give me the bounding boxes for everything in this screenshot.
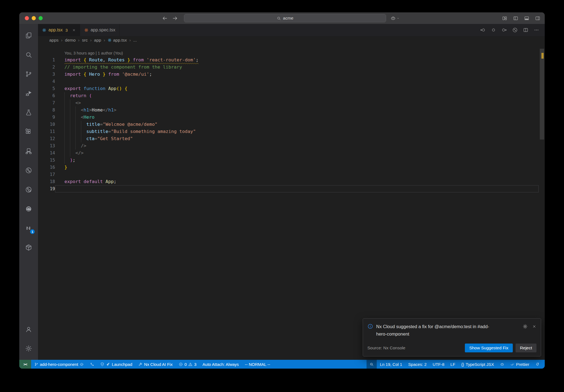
- info-icon: [367, 323, 373, 329]
- indentation[interactable]: Spaces: 2: [405, 360, 430, 369]
- breadcrumb-item-demo[interactable]: demo: [65, 38, 76, 43]
- code-line-6[interactable]: 6 return (: [38, 92, 545, 99]
- line-number: 5: [38, 85, 55, 92]
- code-line-5[interactable]: 5export function App() {: [38, 85, 545, 92]
- code-line-7[interactable]: 7 <>: [38, 99, 545, 107]
- indent-guide: [75, 142, 76, 149]
- code-line-1[interactable]: 1import { Route, Routes } from 'react-ro…: [38, 56, 545, 64]
- git-graph-button[interactable]: [87, 360, 97, 369]
- breadcrumb-item-apps[interactable]: apps: [49, 38, 59, 43]
- breadcrumb-item-app.tsx[interactable]: app.tsx: [108, 38, 127, 43]
- code-line-2[interactable]: 2// importing the component from the lib…: [38, 64, 545, 71]
- activity-item-gitlens[interactable]: [24, 166, 33, 175]
- change-indicator-icon[interactable]: [491, 27, 496, 33]
- activity-item-project-structure[interactable]: [24, 147, 33, 156]
- code-content: You, 3 hours ago | 1 author (You)1import…: [38, 44, 545, 192]
- editor-scrollbar[interactable]: [539, 44, 545, 360]
- scrollbar-slider[interactable]: [540, 49, 544, 140]
- git-branch-status[interactable]: add-hero-component: [31, 360, 87, 369]
- code-line-4[interactable]: 4: [38, 78, 545, 85]
- toggle-primary-sidebar-button[interactable]: [513, 16, 518, 21]
- activity-item-run-and-debug[interactable]: [24, 89, 33, 98]
- split-editor-icon[interactable]: [523, 27, 528, 33]
- show-suggested-fix-button[interactable]: Show Suggested Fix: [465, 344, 513, 352]
- code-line-17[interactable]: 17: [38, 171, 545, 178]
- navigate-previous-change-icon[interactable]: [480, 27, 486, 33]
- branch-icon: [34, 362, 38, 366]
- breadcrumb-separator: ›: [78, 38, 80, 43]
- problems-status[interactable]: 03: [176, 360, 200, 369]
- code-line-12[interactable]: 12 cta="Get Started": [38, 135, 545, 142]
- zoom-indicator[interactable]: [367, 360, 377, 369]
- command-center-search[interactable]: acme: [184, 14, 386, 22]
- activity-item-explorer[interactable]: [24, 31, 33, 40]
- code-line-11[interactable]: 11 subtitle="Build something amazing tod…: [38, 128, 545, 135]
- activity-badge: 1: [30, 229, 35, 234]
- code-line-15[interactable]: 15 );: [38, 157, 545, 164]
- eol[interactable]: LF: [448, 360, 459, 369]
- tab-app.tsx[interactable]: app.tsx3: [38, 24, 80, 36]
- code-editor[interactable]: You, 3 hours ago | 1 author (You)1import…: [38, 44, 545, 360]
- layout-controls: [502, 12, 540, 24]
- copilot-status[interactable]: [497, 360, 507, 369]
- language-mode[interactable]: {}TypeScript JSX: [458, 360, 497, 369]
- window-controls: [25, 16, 43, 20]
- activity-item-settings[interactable]: [24, 344, 33, 353]
- remote-indicator[interactable]: ><: [19, 360, 31, 369]
- activity-item-nx-console[interactable]: 1: [24, 224, 33, 233]
- indent-guide: [70, 114, 70, 121]
- breadcrumb-item-src[interactable]: src: [82, 38, 88, 43]
- code-line-19[interactable]: 19: [38, 185, 545, 192]
- activity-item-accounts[interactable]: [24, 325, 33, 334]
- code-line-14[interactable]: 14 </>: [38, 149, 545, 157]
- commit-graph-icon[interactable]: [512, 27, 518, 33]
- launchpad-button[interactable]: Launchpad: [97, 360, 135, 369]
- notification-toast: Nx Cloud suggested a fix for @acme/demo:…: [363, 318, 541, 356]
- activity-item-search[interactable]: [24, 50, 33, 59]
- line-number: 6: [38, 92, 55, 99]
- toggle-secondary-sidebar-button[interactable]: [535, 16, 540, 21]
- notification-close-icon[interactable]: [532, 324, 536, 329]
- line-number: 18: [38, 178, 55, 185]
- cursor-position[interactable]: Ln 19, Col 1: [377, 360, 405, 369]
- reject-button[interactable]: Reject: [516, 344, 536, 352]
- activity-item-gitlens-inspect[interactable]: [24, 185, 33, 194]
- code-line-13[interactable]: 13 />: [38, 142, 545, 149]
- zoom-window-button[interactable]: [39, 16, 43, 20]
- indent-guide: [64, 121, 65, 128]
- chevron-down-icon: [396, 17, 400, 20]
- navigate-forward-button[interactable]: [172, 15, 178, 21]
- code-line-10[interactable]: 10 title="Welcmoe @acme/demo": [38, 121, 545, 128]
- activity-item-package-explorer[interactable]: [24, 243, 33, 252]
- minimize-window-button[interactable]: [32, 16, 36, 20]
- auto-attach-status[interactable]: Auto Attach: Always: [199, 360, 242, 369]
- code-line-8[interactable]: 8 <h1>Home</h1>: [38, 107, 545, 114]
- activity-item-edge-browser[interactable]: [24, 205, 33, 213]
- notifications[interactable]: [532, 360, 543, 369]
- tab-close-icon[interactable]: [72, 28, 76, 32]
- code-line-9[interactable]: 9 <Hero: [38, 114, 545, 121]
- code-line-18[interactable]: 18export default App;: [38, 178, 545, 185]
- notification-settings-gear-icon[interactable]: [523, 324, 528, 329]
- code-line-16[interactable]: 16}: [38, 164, 545, 171]
- navigate-next-change-icon[interactable]: [501, 27, 507, 33]
- more-actions-icon[interactable]: [534, 27, 539, 33]
- nx-cloud-ai-fix-button[interactable]: Nx Cloud AI Fix: [135, 360, 175, 369]
- activity-item-testing[interactable]: [24, 108, 33, 117]
- close-window-button[interactable]: [25, 16, 29, 20]
- copilot-menu[interactable]: [391, 12, 400, 24]
- toggle-panel-button[interactable]: [524, 16, 529, 21]
- encoding[interactable]: UTF-8: [430, 360, 448, 369]
- vim-mode-indicator[interactable]: -- NORMAL --: [242, 360, 273, 369]
- customize-layout-button[interactable]: [502, 16, 507, 21]
- breadcrumb-separator: ›: [129, 38, 131, 43]
- activity-item-source-control[interactable]: [24, 70, 33, 78]
- prettier-status[interactable]: Prettier: [507, 360, 532, 369]
- code-line-3[interactable]: 3import { Hero } from '@acme/ui';: [38, 71, 545, 78]
- navigate-back-button[interactable]: [162, 15, 168, 21]
- activity-item-extensions[interactable]: [24, 127, 33, 136]
- breadcrumb-item-...[interactable]: ...: [133, 38, 137, 43]
- breadcrumb-item-app[interactable]: app: [94, 38, 101, 43]
- tab-app.spec.tsx[interactable]: app.spec.tsx: [80, 24, 120, 36]
- indent-guide: [64, 128, 65, 135]
